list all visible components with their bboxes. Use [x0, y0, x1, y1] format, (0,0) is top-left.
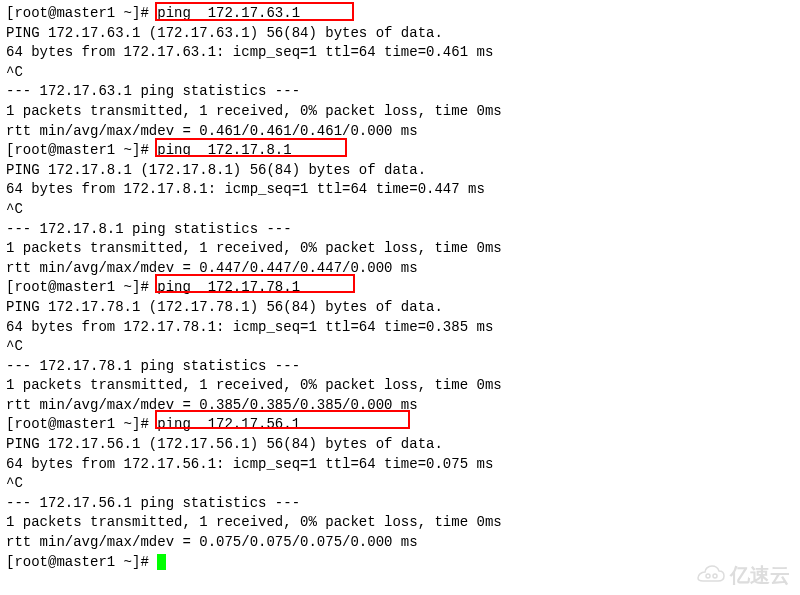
output-line: 64 bytes from 172.17.63.1: icmp_seq=1 tt…: [6, 43, 794, 63]
output-line: ^C: [6, 200, 794, 220]
output-line: --- 172.17.78.1 ping statistics ---: [6, 357, 794, 377]
cursor: [157, 554, 166, 570]
output-line: --- 172.17.8.1 ping statistics ---: [6, 220, 794, 240]
command-line: [root@master1 ~]# ping 172.17.8.1: [6, 141, 794, 161]
terminal-output: [root@master1 ~]# ping 172.17.63.1PING 1…: [6, 4, 794, 572]
ping-command: ping 172.17.56.1: [157, 416, 300, 432]
output-line: rtt min/avg/max/mdev = 0.447/0.447/0.447…: [6, 259, 794, 279]
output-line: ^C: [6, 474, 794, 494]
shell-prompt: [root@master1 ~]#: [6, 142, 149, 158]
ping-command: ping 172.17.63.1: [157, 5, 300, 21]
output-line: 1 packets transmitted, 1 received, 0% pa…: [6, 376, 794, 396]
output-line: rtt min/avg/max/mdev = 0.075/0.075/0.075…: [6, 533, 794, 553]
command-line: [root@master1 ~]# ping 172.17.63.1: [6, 4, 794, 24]
svg-point-1: [713, 574, 717, 578]
command-line: [root@master1 ~]# ping 172.17.56.1: [6, 415, 794, 435]
ping-command: ping 172.17.78.1: [157, 279, 300, 295]
svg-point-0: [706, 574, 710, 578]
output-line: --- 172.17.56.1 ping statistics ---: [6, 494, 794, 514]
shell-prompt: [root@master1 ~]#: [6, 416, 149, 432]
watermark-cloud-icon: [696, 565, 726, 585]
watermark-text: 亿速云: [730, 561, 790, 589]
output-line: 64 bytes from 172.17.8.1: icmp_seq=1 ttl…: [6, 180, 794, 200]
output-line: 1 packets transmitted, 1 received, 0% pa…: [6, 513, 794, 533]
output-line: ^C: [6, 337, 794, 357]
output-line: ^C: [6, 63, 794, 83]
command-line[interactable]: [root@master1 ~]#: [6, 553, 794, 573]
output-line: PING 172.17.63.1 (172.17.63.1) 56(84) by…: [6, 24, 794, 44]
watermark: 亿速云: [696, 561, 790, 589]
output-line: rtt min/avg/max/mdev = 0.385/0.385/0.385…: [6, 396, 794, 416]
shell-prompt: [root@master1 ~]#: [6, 554, 157, 570]
shell-prompt: [root@master1 ~]#: [6, 279, 149, 295]
ping-command: ping 172.17.8.1: [157, 142, 291, 158]
output-line: PING 172.17.56.1 (172.17.56.1) 56(84) by…: [6, 435, 794, 455]
output-line: 1 packets transmitted, 1 received, 0% pa…: [6, 239, 794, 259]
output-line: 64 bytes from 172.17.78.1: icmp_seq=1 tt…: [6, 318, 794, 338]
shell-prompt: [root@master1 ~]#: [6, 5, 149, 21]
output-line: rtt min/avg/max/mdev = 0.461/0.461/0.461…: [6, 122, 794, 142]
command-line: [root@master1 ~]# ping 172.17.78.1: [6, 278, 794, 298]
output-line: PING 172.17.8.1 (172.17.8.1) 56(84) byte…: [6, 161, 794, 181]
output-line: --- 172.17.63.1 ping statistics ---: [6, 82, 794, 102]
output-line: 64 bytes from 172.17.56.1: icmp_seq=1 tt…: [6, 455, 794, 475]
output-line: PING 172.17.78.1 (172.17.78.1) 56(84) by…: [6, 298, 794, 318]
output-line: 1 packets transmitted, 1 received, 0% pa…: [6, 102, 794, 122]
